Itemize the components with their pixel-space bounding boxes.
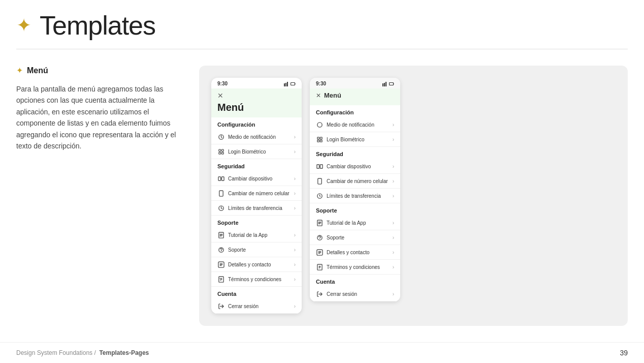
menu-item-text: Detalles y contacto <box>228 262 271 267</box>
menu-item[interactable]: Cambiar de número celular › <box>310 174 400 189</box>
menu-item-text: Cerrar sesión <box>228 304 259 309</box>
chevron-icon: › <box>294 149 296 155</box>
menu-item[interactable]: Medio de notificación › <box>211 130 302 144</box>
tutorial-icon-2 <box>316 219 323 226</box>
status-bar-1: 9:30 <box>211 78 302 88</box>
device-icon-2 <box>316 163 323 170</box>
svg-rect-7 <box>221 149 223 151</box>
svg-rect-9 <box>221 152 223 154</box>
menu-item[interactable]: Límites de transferencia › <box>211 201 302 216</box>
chevron-icon: › <box>294 232 296 238</box>
menu-item[interactable]: Medio de notificación › <box>310 117 400 132</box>
svg-rect-2 <box>287 82 288 86</box>
svg-rect-6 <box>218 149 220 151</box>
phone-header-1: ✕ Menú <box>211 88 302 117</box>
section-soporte-label: Soporte <box>211 216 302 228</box>
chevron-icon: › <box>294 191 296 196</box>
svg-rect-29 <box>316 164 319 168</box>
mockups-container: 9:30 ✕ Menú Configuración <box>199 66 628 326</box>
text-column: ✦ Menú Para la pantalla de menú agregamo… <box>16 66 179 326</box>
menu-item[interactable]: Cerrar sesión › <box>211 299 302 314</box>
menu-item-text: Soporte <box>327 235 344 240</box>
svg-rect-23 <box>394 83 394 84</box>
svg-rect-1 <box>285 83 286 86</box>
svg-rect-27 <box>317 140 319 142</box>
device-change-icon <box>217 175 224 182</box>
menu-item[interactable]: Términos y condiciones › <box>310 260 400 275</box>
transfer-limit-icon <box>217 204 224 211</box>
footer: Design System Foundations / Templates-Pa… <box>0 342 644 363</box>
svg-rect-20 <box>384 83 385 86</box>
menu-item[interactable]: Login Biométrico › <box>211 144 302 159</box>
status-icons-1 <box>284 81 296 86</box>
chevron-icon: › <box>393 264 394 270</box>
tutorial-icon <box>217 231 224 238</box>
menu-item[interactable]: Tutorial de la App › <box>310 216 400 230</box>
chevron-icon: › <box>393 235 394 240</box>
status-time-1: 9:30 <box>217 81 228 86</box>
menu-item-text: Detalles y contacto <box>327 250 370 255</box>
menu-item[interactable]: Cerrar sesión › <box>310 287 400 301</box>
menu-sections-1: Configuración Medio de notificación › <box>211 117 302 314</box>
menu-item[interactable]: Soporte › <box>310 230 400 245</box>
section-heading-icon: ✦ <box>16 66 23 75</box>
menu-item[interactable]: Tutorial de la App › <box>211 228 302 243</box>
section-seguridad-label-2: Seguridad <box>310 147 400 159</box>
chevron-icon: › <box>294 262 296 267</box>
svg-point-16 <box>221 251 221 252</box>
phone-icon-2 <box>316 177 323 185</box>
menu-item-text: Cambiar dispositivo <box>327 164 371 169</box>
menu-item[interactable]: Términos y condiciones › <box>211 272 302 287</box>
biometric-icon-2 <box>316 136 323 143</box>
chevron-icon: › <box>393 291 394 297</box>
menu-item-text: Términos y condiciones <box>327 264 380 270</box>
section-cuenta-label-2: Cuenta <box>310 275 400 287</box>
svg-rect-30 <box>320 164 323 168</box>
menu-item-text: Límites de transferencia <box>327 193 381 199</box>
menu-item-text: Tutorial de la App <box>228 232 267 238</box>
section-heading: ✦ Menú <box>16 66 179 75</box>
terms-icon <box>217 276 224 283</box>
menu-item-text: Medio de notificación <box>327 122 374 128</box>
chevron-icon: › <box>294 247 296 253</box>
svg-rect-12 <box>219 190 222 196</box>
notification-icon-2 <box>316 121 323 128</box>
chevron-icon: › <box>393 137 394 142</box>
menu-item[interactable]: Soporte › <box>211 243 302 257</box>
menu-item[interactable]: Detalles y contacto › <box>310 245 400 260</box>
menu-item-text: Términos y condiciones <box>228 277 281 282</box>
menu-sections-2: Configuración Medio de notificación › <box>310 105 400 301</box>
svg-rect-22 <box>390 82 394 85</box>
status-icons-2 <box>382 81 394 86</box>
menu-item[interactable]: Login Biométrico › <box>310 132 400 147</box>
support-icon <box>217 246 224 253</box>
notification-icon <box>217 133 224 140</box>
content-area: ✦ Menú Para la pantalla de menú agregamo… <box>0 49 644 326</box>
menu-item[interactable]: Cambiar dispositivo › <box>310 159 400 174</box>
status-time-2: 9:30 <box>316 81 326 86</box>
section-cuenta-label: Cuenta <box>211 287 302 299</box>
section-soporte-label-2: Soporte <box>310 203 400 216</box>
terms-icon-2 <box>316 263 323 270</box>
logout-icon-2 <box>316 290 323 297</box>
chevron-icon: › <box>393 250 394 255</box>
footer-bold-text: Templates-Pages <box>99 349 149 356</box>
menu-item[interactable]: Detalles y contacto › <box>211 257 302 272</box>
support-icon-2 <box>316 234 323 241</box>
svg-rect-19 <box>382 83 383 86</box>
menu-item-text: Cambiar de número celular <box>327 178 388 184</box>
chevron-icon: › <box>393 220 394 226</box>
chevron-icon: › <box>393 122 394 128</box>
menu-item[interactable]: Cambiar de número celular › <box>211 186 302 201</box>
menu-item[interactable]: Límites de transferencia › <box>310 189 400 203</box>
menu-item[interactable]: Cambiar dispositivo › <box>211 171 302 186</box>
footer-plain-text: Design System Foundations / <box>16 349 96 356</box>
header-icon: ✦ <box>16 16 31 35</box>
svg-rect-8 <box>218 152 220 154</box>
section-description: Para la pantalla de menú agregamos todas… <box>16 83 179 152</box>
menu-item-text: Tutorial de la App <box>327 220 366 226</box>
page-header: ✦ Templates <box>0 0 644 49</box>
svg-rect-0 <box>284 83 285 86</box>
biometric-icon <box>217 148 224 155</box>
svg-rect-31 <box>317 178 321 184</box>
